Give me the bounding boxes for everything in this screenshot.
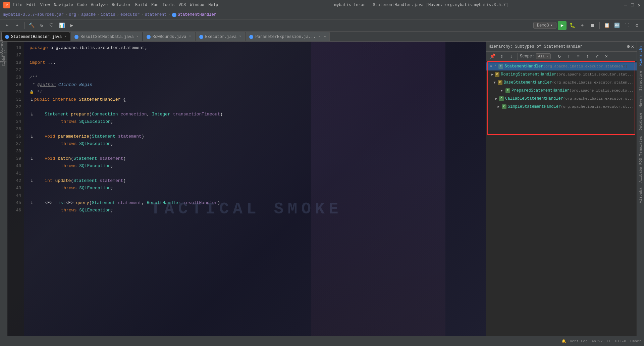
tab-statementhandler[interactable]: StatementHandler.java ×	[1, 32, 70, 41]
menu-help[interactable]: Help	[208, 3, 218, 7]
tree-package-5: (org.apache.ibatis.executor.st...	[561, 105, 634, 109]
right-tab-alibaba-ros[interactable]: Alibaba ROS Templates	[638, 133, 643, 185]
tree-arrow-2: ▼	[493, 81, 496, 85]
close-button[interactable]: ✕	[638, 2, 641, 8]
tab-icon-4	[249, 35, 253, 39]
more-tabs-button[interactable]: ▾	[324, 34, 326, 39]
tab-close-4[interactable]: ×	[318, 35, 320, 39]
h-refresh-button[interactable]: ↻	[555, 52, 564, 61]
code-lines[interactable]: package org.apache.ibatis.executor.state…	[24, 42, 486, 336]
breadcrumb-statement[interactable]: statement	[145, 12, 167, 17]
menu-analyze[interactable]: Analyze	[91, 3, 108, 7]
build-button[interactable]: 🔨	[27, 21, 36, 30]
menu-run[interactable]: Run	[151, 3, 159, 7]
scope-select[interactable]: All ▾	[536, 53, 550, 59]
translate-button[interactable]: 🔤	[612, 21, 621, 30]
back-button[interactable]: ⬅	[3, 21, 11, 30]
settings-gear-icon[interactable]: ⚙	[627, 44, 630, 49]
sidebar-cloud-icon[interactable]: Cloud	[0, 58, 7, 64]
right-tab-hierarchy[interactable]: Hierarchy	[638, 43, 643, 68]
menu-navigate[interactable]: Navigate	[54, 3, 73, 7]
h-sort-button[interactable]: ≡	[574, 52, 583, 61]
tree-item-callable[interactable]: ▶ C CallableStatementHandler (org.apache…	[486, 95, 637, 103]
tab-close-2[interactable]: ×	[189, 35, 191, 39]
h-close-button[interactable]: ✕	[602, 52, 611, 61]
run-coverage-button[interactable]: ☂	[578, 21, 587, 30]
menu-code[interactable]: Code	[77, 3, 87, 7]
breadcrumb-sep4: ›	[117, 12, 119, 17]
maximize-button[interactable]: □	[631, 2, 634, 8]
breadcrumb-jar[interactable]: mybatis-3.5.7-sources.jar	[3, 12, 64, 17]
tab-close-0[interactable]: ×	[64, 35, 66, 39]
right-side-tabs: Hierarchy Structure Maven Database Aliba…	[637, 42, 644, 336]
menu-file[interactable]: File	[13, 3, 22, 7]
tree-item-base[interactable]: ▼ C BaseStatementHandler (org.apache.iba…	[486, 79, 637, 87]
type-statement-36: Statement	[92, 133, 118, 140]
demo-select[interactable]: Demo3 ▾	[533, 22, 556, 29]
tab-icon-0	[5, 35, 9, 39]
h-pin-button[interactable]: 📌	[488, 52, 497, 61]
breadcrumb-executor[interactable]: executor	[120, 12, 140, 17]
tree-item-simple[interactable]: ▶ C SimpleStatementHandler (org.apache.i…	[486, 103, 637, 111]
menu-build[interactable]: Build	[135, 3, 147, 7]
tab-parameterexpression[interactable]: ParameterExpression.ja... × ▾	[246, 32, 330, 41]
sync-button[interactable]: ↻	[37, 21, 46, 30]
tab-close-1[interactable]: ×	[137, 35, 139, 39]
debug-button[interactable]: 🐛	[568, 21, 577, 30]
breadcrumb-ibatis[interactable]: ibatis	[101, 12, 115, 17]
run-button[interactable]: ▶	[558, 21, 567, 30]
position-item[interactable]: 46:27	[592, 339, 603, 343]
indent-item[interactable]: Ember	[630, 339, 641, 343]
override-arrow-42: ⤓	[30, 179, 34, 183]
tab-executor[interactable]: Executor.java ×	[196, 32, 245, 41]
tab-resultsetmetadata[interactable]: ResultSetMetaData.java ×	[71, 32, 142, 41]
menu-refactor[interactable]: Refactor	[112, 3, 131, 7]
right-tab-structure[interactable]: Structure	[638, 68, 643, 93]
forward-button[interactable]: ➡	[13, 21, 21, 30]
tab-icon-1	[74, 35, 78, 39]
breadcrumb-org[interactable]: org	[69, 12, 76, 17]
paren-close-39: )	[123, 155, 126, 162]
event-log-item[interactable]: 🔔 Event Log	[561, 339, 587, 343]
tree-package-1: (org.apache.ibatis.executor.stat...	[556, 72, 634, 77]
tree-item-statementhandler[interactable]: ▼ * I StatementHandler (org.apache.ibati…	[486, 62, 637, 70]
tree-item-prepared[interactable]: ▶ C PreparedStatementHandler (org.apache…	[486, 87, 637, 95]
kw-public-31: public	[34, 96, 53, 103]
h-filter-button[interactable]: ⊤	[565, 52, 573, 61]
profile-button[interactable]: 📊	[57, 21, 66, 30]
h-expand-button[interactable]: ⇕	[497, 52, 506, 61]
code-line-27	[30, 66, 486, 74]
code-editor[interactable]: TACTICAL SMOKE 16 17 18 27 28 29 30 31 3…	[7, 42, 486, 336]
code-line-39: ⤓ void batch ( Statement statement )	[30, 155, 486, 162]
menu-tools[interactable]: Tools	[163, 3, 175, 7]
h-up-button[interactable]: ↑	[583, 52, 592, 61]
menu-window[interactable]: Window	[190, 3, 204, 7]
tree-classname-4: CallableStatementHandler	[505, 96, 563, 101]
right-tab-database[interactable]: Database	[638, 110, 643, 133]
override-arrow-45: ⤓	[30, 201, 34, 205]
close-hierarchy-button[interactable]: ✕	[631, 44, 634, 49]
stop-button[interactable]: ⏹	[588, 21, 597, 30]
h-expand2-button[interactable]: ⤢	[593, 52, 601, 61]
copy-button[interactable]: 📋	[602, 21, 611, 30]
menu-vcs[interactable]: VCS	[179, 3, 186, 7]
right-tab-maven[interactable]: Maven	[638, 94, 643, 110]
charset-item[interactable]: UTF-8	[615, 339, 626, 343]
settings-button[interactable]: ⚙	[633, 21, 641, 30]
right-tab-alibaba[interactable]: Alibaba	[638, 185, 643, 206]
tab-rowbounds[interactable]: RowBounds.java ×	[143, 32, 195, 41]
hierarchy-tree[interactable]: ▼ * I StatementHandler (org.apache.ibati…	[486, 61, 637, 336]
breadcrumb-apache[interactable]: apache	[81, 12, 96, 17]
expand-button[interactable]: ⛶	[623, 21, 631, 30]
menu-view[interactable]: View	[40, 3, 50, 7]
minimize-button[interactable]: —	[624, 2, 627, 8]
type-statement-42: Statement	[73, 177, 100, 185]
tab-close-3[interactable]: ×	[239, 35, 241, 39]
encoding-item[interactable]: LF	[607, 339, 611, 343]
menu-edit[interactable]: Edit	[26, 3, 36, 7]
coverage-button[interactable]: 🛡	[47, 21, 56, 30]
run-config-button[interactable]: ▶	[67, 21, 76, 30]
override-arrow-31: ⤓	[30, 97, 34, 102]
tree-item-routing[interactable]: ▶ C RoutingStatementHandler (org.apache.…	[486, 70, 637, 79]
h-collapse-button[interactable]: ↓	[507, 52, 516, 61]
